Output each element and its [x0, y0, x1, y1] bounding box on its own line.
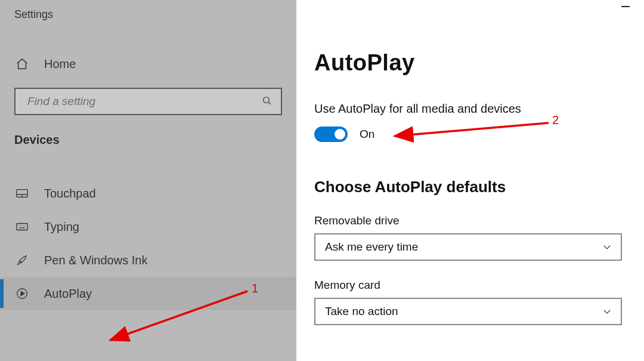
sidebar-home[interactable]: Home	[0, 52, 296, 76]
autoplay-toggle-row: On	[314, 126, 644, 142]
svg-line-1	[268, 102, 271, 104]
svg-point-0	[264, 97, 270, 103]
sidebar-item-autoplay[interactable]: AutoPlay	[0, 277, 296, 310]
sidebar-item-label: AutoPlay	[44, 287, 92, 301]
minimize-icon[interactable]	[621, 6, 630, 7]
defaults-heading: Choose AutoPlay defaults	[314, 178, 644, 196]
search-input[interactable]	[26, 94, 262, 109]
search-icon	[262, 95, 274, 107]
autoplay-toggle[interactable]	[314, 126, 348, 142]
chevron-down-icon	[602, 242, 612, 252]
content-pane: AutoPlay Use AutoPlay for all media and …	[296, 0, 644, 361]
memory-card-label: Memory card	[314, 279, 644, 292]
sidebar-item-label: Pen & Windows Ink	[44, 254, 147, 267]
home-label: Home	[44, 57, 76, 71]
home-icon	[14, 56, 30, 72]
removable-drive-label: Removable drive	[314, 214, 644, 227]
chevron-down-icon	[602, 306, 612, 317]
keyboard-icon	[14, 219, 30, 235]
page-title: AutoPlay	[314, 50, 644, 76]
sidebar-item-label: Typing	[44, 220, 79, 234]
memory-card-select[interactable]: Take no action	[314, 298, 622, 325]
toggle-knob	[335, 129, 345, 140]
app-title: Settings	[0, 0, 296, 21]
autoplay-toggle-label: Use AutoPlay for all media and devices	[314, 102, 644, 116]
removable-drive-select[interactable]: Ask me every time	[314, 233, 622, 261]
pen-icon	[14, 252, 30, 268]
autoplay-icon	[14, 286, 30, 301]
memory-card-value: Take no action	[325, 305, 398, 318]
settings-window: Settings Home Devices	[0, 0, 644, 361]
search-box[interactable]	[14, 88, 282, 115]
sidebar-item-label: Touchpad	[44, 187, 96, 200]
svg-point-11	[20, 261, 21, 263]
touchpad-icon	[14, 186, 30, 201]
sidebar-item-pen[interactable]: Pen & Windows Ink	[0, 243, 296, 277]
autoplay-toggle-state: On	[360, 128, 374, 141]
sidebar-nav: Touchpad Typing	[0, 177, 296, 310]
category-heading: Devices	[0, 115, 296, 147]
sidebar-item-touchpad[interactable]: Touchpad	[0, 177, 296, 210]
sidebar: Settings Home Devices	[0, 0, 296, 361]
removable-drive-value: Ask me every time	[325, 240, 418, 254]
sidebar-item-typing[interactable]: Typing	[0, 210, 296, 243]
svg-rect-5	[17, 224, 27, 230]
